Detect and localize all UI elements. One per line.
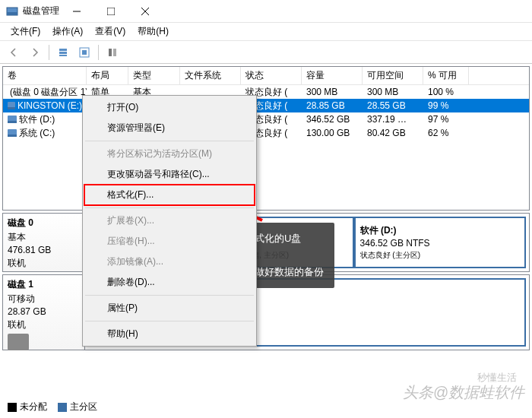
volume-icon	[8, 129, 17, 137]
svg-rect-6	[59, 49, 67, 51]
col-percent[interactable]: % 可用	[423, 67, 469, 84]
svg-rect-3	[107, 8, 115, 15]
col-status[interactable]: 状态	[241, 67, 302, 84]
menu-shrink: 压缩卷(H)...	[84, 231, 255, 252]
back-button[interactable]	[5, 43, 23, 62]
menu-properties[interactable]: 属性(P)	[84, 298, 255, 318]
disk-info: 磁盘 1 可移动 28.87 GB 联机	[3, 275, 85, 350]
volume-icon	[8, 102, 15, 109]
menu-add-mirror: 添加镜像(A)...	[84, 252, 255, 272]
toolbar-view-button[interactable]	[54, 43, 72, 62]
volume-icon	[8, 116, 17, 123]
col-filesystem[interactable]: 文件系统	[180, 67, 241, 84]
menu-explorer[interactable]: 资源管理器(E)	[84, 118, 255, 138]
legend-primary-box	[58, 403, 67, 412]
grid-header: 卷 布局 类型 文件系统 状态 容量 可用空间 % 可用	[3, 67, 529, 85]
menu-open[interactable]: 打开(O)	[84, 97, 255, 118]
svg-rect-7	[59, 52, 67, 54]
svg-rect-12	[113, 49, 116, 56]
menu-ctx-help[interactable]: 帮助(H)	[84, 324, 255, 344]
partition[interactable]: 软件 (D:) 346.52 GB NTFS 状态良好 (主分区)	[354, 217, 526, 268]
removable-disk-icon	[8, 334, 29, 350]
window-title: 磁盘管理	[23, 5, 59, 17]
menu-mark-active: 将分区标记为活动分区(M)	[84, 144, 255, 164]
col-layout[interactable]: 布局	[87, 67, 128, 84]
menu-extend: 扩展卷(X)...	[84, 211, 255, 231]
legend: 未分配 主分区	[8, 401, 97, 413]
menubar: 文件(F) 操作(A) 查看(V) 帮助(H)	[0, 23, 532, 41]
col-type[interactable]: 类型	[128, 67, 180, 84]
app-icon	[6, 5, 18, 17]
menu-delete[interactable]: 删除卷(D)...	[84, 272, 255, 293]
titlebar: 磁盘管理	[0, 0, 532, 23]
forward-button[interactable]	[26, 43, 44, 62]
menu-file[interactable]: 文件(F)	[5, 25, 46, 38]
watermark: 头条@数据蛙软件	[403, 382, 524, 403]
menu-help[interactable]: 帮助(H)	[131, 25, 175, 38]
toolbar-help-button[interactable]	[103, 43, 122, 62]
svg-rect-8	[59, 55, 67, 56]
toolbar	[0, 41, 532, 64]
disk-info: 磁盘 0 基本 476.81 GB 联机	[3, 214, 85, 271]
menu-change-drive[interactable]: 更改驱动器号和路径(C)...	[84, 164, 255, 185]
toolbar-refresh-button[interactable]	[75, 43, 93, 62]
legend-unalloc-box	[8, 403, 17, 412]
svg-rect-11	[109, 49, 112, 56]
close-button[interactable]	[128, 0, 162, 23]
maximize-button[interactable]	[93, 0, 128, 23]
menu-action[interactable]: 操作(A)	[46, 25, 89, 38]
col-free[interactable]: 可用空间	[363, 67, 423, 84]
minimize-button[interactable]	[59, 0, 93, 23]
svg-rect-1	[7, 12, 17, 15]
context-menu: 打开(O) 资源管理器(E) 将分区标记为活动分区(M) 更改驱动器号和路径(C…	[82, 95, 257, 347]
menu-view[interactable]: 查看(V)	[89, 25, 131, 38]
menu-format[interactable]: 格式化(F)...	[84, 185, 255, 205]
svg-rect-10	[82, 50, 87, 55]
col-capacity[interactable]: 容量	[302, 67, 363, 84]
col-volume[interactable]: 卷	[3, 67, 87, 84]
